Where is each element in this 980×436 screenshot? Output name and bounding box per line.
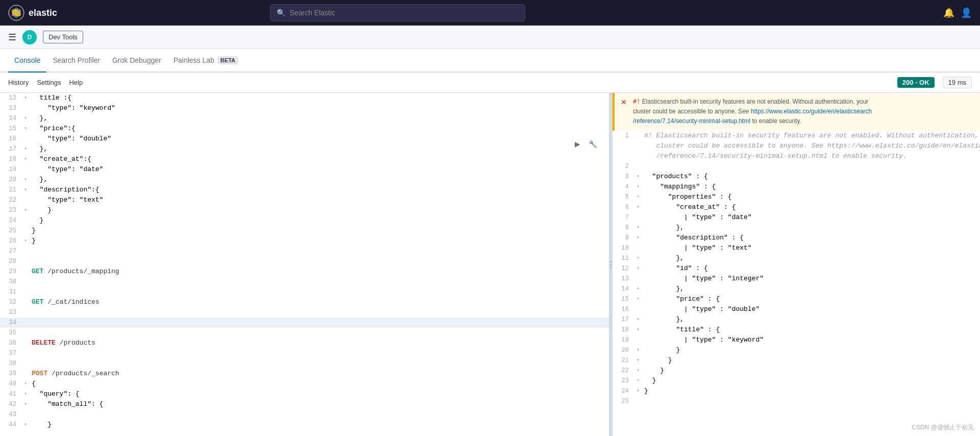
user-menu-icon[interactable]: 👤 (961, 7, 972, 18)
result-line: 9▾ "description" : { (612, 233, 980, 243)
result-line-content: "create_at" : { (642, 202, 980, 212)
result-line-number: 18 (612, 325, 634, 335)
result-warning: ✕ #! Elasticsearch built-in security fea… (612, 93, 980, 131)
result-line-content: } (642, 366, 980, 376)
result-line: 4▾ "mappings" : { (612, 182, 980, 192)
tab-painless-lab[interactable]: Painless Lab BETA (167, 49, 244, 72)
line-content: { (30, 379, 609, 389)
editor-scroll[interactable]: 12▾ title :{13 "type": "keyword"14▾ },15… (0, 93, 609, 436)
result-line-gutter: ▾ (634, 345, 642, 355)
dev-tools-badge[interactable]: Dev Tools (43, 31, 83, 43)
editor-line: 33 (0, 307, 609, 318)
line-number: 32 (0, 297, 21, 307)
result-line-content: | "type" : "text" (642, 243, 980, 253)
result-line-gutter: ▾ (634, 182, 642, 192)
line-number: 33 (0, 307, 21, 318)
result-line: 20▾ } (612, 345, 980, 355)
line-number: 24 (0, 215, 21, 226)
line-gutter: ▾ (21, 185, 30, 195)
result-line-content: } (642, 345, 980, 355)
line-gutter: ▾ (21, 420, 30, 430)
elastic-logo-text: elastic (29, 8, 57, 18)
line-number: 39 (0, 369, 21, 379)
result-line-content: "id" : { (642, 263, 980, 274)
line-number: 31 (0, 287, 21, 297)
result-line: 13 | "type" : "integer" (612, 274, 980, 284)
search-placeholder: Search Elastic (289, 9, 335, 17)
result-line-number: 1 (612, 131, 634, 141)
help-button[interactable]: Help (69, 79, 83, 86)
line-number: 19 (0, 164, 21, 175)
elastic-logo[interactable]: elastic (8, 5, 57, 21)
result-line-content: }, (642, 284, 980, 294)
line-number: 34 (0, 318, 21, 328)
sub-toolbar: History Settings Help 200 - OK 19 ms (0, 72, 980, 93)
line-content: "type": "text" (30, 195, 609, 205)
line-gutter: ▾ (21, 389, 30, 399)
line-number: 29 (0, 267, 21, 277)
global-search-bar[interactable]: 🔍 Search Elastic (270, 4, 525, 21)
result-line-number: 6 (612, 202, 634, 212)
result-line-gutter: ▾ (634, 325, 642, 335)
line-content: "query": { (30, 389, 609, 399)
editor-line: 35 (0, 328, 609, 338)
result-line: 3▾ "products" : { (612, 172, 980, 182)
line-content: }, (30, 113, 609, 124)
result-line-number: 24 (612, 386, 634, 396)
tab-console[interactable]: Console (8, 49, 46, 72)
tab-search-profiler[interactable]: Search Profiler (46, 49, 106, 72)
result-scroll[interactable]: 1#! Elasticsearch built-in security feat… (612, 131, 980, 436)
result-line: 14▾ }, (612, 284, 980, 294)
editor-line: 27 (0, 246, 609, 256)
result-line-number: 22 (612, 366, 634, 376)
line-content: "description":{ (30, 185, 609, 195)
line-gutter: ▾ (21, 113, 30, 124)
settings-action-button[interactable]: 🔧 (586, 138, 599, 150)
result-line-gutter: ▾ (634, 386, 642, 396)
result-line-number: 13 (612, 274, 634, 284)
result-line-number: 25 (612, 396, 634, 406)
result-line-gutter: ▾ (634, 355, 642, 366)
line-content: } (30, 215, 609, 226)
history-button[interactable]: History (8, 79, 29, 86)
line-content: "type": "keyword" (30, 103, 609, 113)
hamburger-menu[interactable]: ☰ (8, 32, 16, 43)
settings-button[interactable]: Settings (37, 79, 61, 86)
result-line-number: 5 (612, 192, 634, 202)
result-line-content: }, (642, 223, 980, 233)
editor-line: 12▾ title :{ (0, 93, 609, 103)
result-line-number: 12 (612, 263, 634, 274)
editor-line: 43 (0, 409, 609, 420)
editor-line: 20▾ }, (0, 175, 609, 185)
result-line-gutter: ▾ (634, 314, 642, 325)
result-line-number: 7 (612, 212, 634, 223)
line-content: } (30, 420, 609, 430)
line-gutter: ▾ (21, 154, 30, 164)
beta-badge: BETA (217, 56, 238, 64)
elastic-logo-icon (8, 5, 24, 21)
editor-line: 15▾ "price":{ (0, 124, 609, 134)
search-icon: 🔍 (277, 9, 285, 17)
line-number: 23 (0, 205, 21, 215)
alert-icon[interactable]: 🔔 (943, 7, 954, 18)
result-line-gutter: ▾ (634, 294, 642, 304)
line-number: 41 (0, 389, 21, 399)
result-line-number: 23 (612, 376, 634, 386)
result-line-content: #! Elasticsearch built-in security featu… (642, 131, 980, 141)
run-button[interactable]: ▶ (571, 138, 583, 150)
line-number: 28 (0, 256, 21, 267)
editor-line: 30 (0, 277, 609, 287)
line-number: 37 (0, 348, 21, 358)
editor-panel: 12▾ title :{13 "type": "keyword"14▾ },15… (0, 93, 609, 436)
result-line: 24▾} (612, 386, 980, 396)
line-content: "match_all": { (30, 399, 609, 409)
editor-line: 26▾} (0, 236, 609, 246)
result-line: 12▾ "id" : { (612, 263, 980, 274)
line-number: 15 (0, 124, 21, 134)
editor-line: 41▾ "query": { (0, 389, 609, 399)
line-gutter: ▾ (21, 124, 30, 134)
user-avatar[interactable]: D (22, 30, 37, 44)
tab-grok-debugger[interactable]: Grok Debugger (106, 49, 167, 72)
warning-close-icon[interactable]: ✕ (621, 97, 629, 108)
result-line-gutter: ▾ (634, 223, 642, 233)
